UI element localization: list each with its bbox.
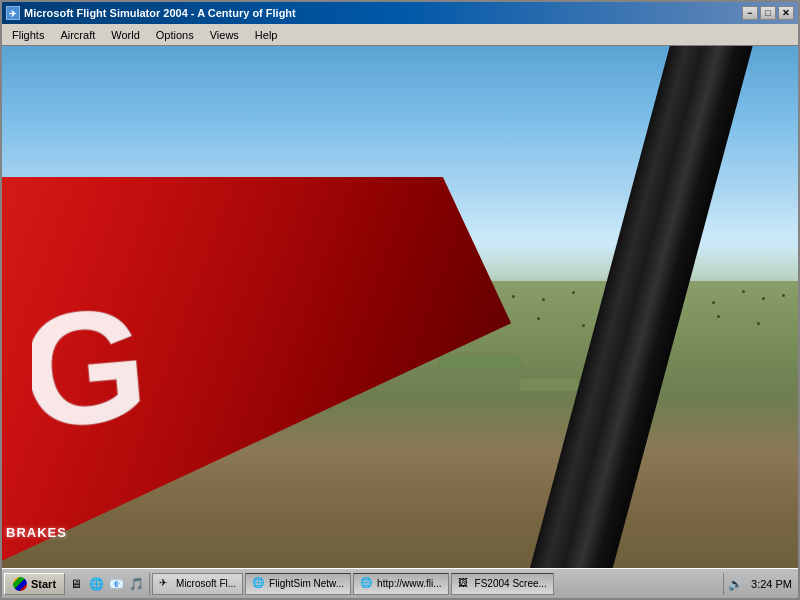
title-text: ✈ Microsoft Flight Simulator 2004 - A Ce…	[6, 6, 296, 20]
start-label: Start	[31, 578, 56, 590]
menu-aircraft[interactable]: Aircraft	[52, 27, 103, 43]
wing-letter: G	[32, 308, 153, 453]
task-icon-fs2004: ✈	[159, 577, 173, 591]
task-label-flightsim-http: http://www.fli...	[377, 578, 441, 589]
media-icon[interactable]: 🎵	[127, 575, 145, 593]
quick-launch-bar: 🖥 🌐 📧 🎵	[67, 573, 150, 595]
strut-primary	[519, 46, 758, 568]
wing-marking: G	[32, 308, 232, 508]
outlook-icon[interactable]: 📧	[107, 575, 125, 593]
taskbar-tasks: ✈Microsoft Fl...🌐FlightSim Netw...🌐http:…	[152, 573, 721, 595]
clock: 3:24 PM	[747, 578, 796, 590]
task-icon-flightsim-net: 🌐	[252, 577, 266, 591]
taskbar: Start 🖥 🌐 📧 🎵 ✈Microsoft Fl...🌐FlightSim…	[2, 568, 798, 598]
window-controls: − □ ✕	[742, 6, 794, 20]
menu-help[interactable]: Help	[247, 27, 286, 43]
minimize-button[interactable]: −	[742, 6, 758, 20]
system-tray: 🔊 3:24 PM	[723, 573, 796, 595]
start-button[interactable]: Start	[4, 573, 65, 595]
menu-world[interactable]: World	[103, 27, 148, 43]
cockpit-strut	[440, 46, 798, 568]
simulator-viewport: G BRAKES	[2, 46, 798, 568]
title-bar: ✈ Microsoft Flight Simulator 2004 - A Ce…	[2, 2, 798, 24]
close-button[interactable]: ✕	[778, 6, 794, 20]
brakes-indicator: BRAKES	[6, 525, 67, 540]
maximize-button[interactable]: □	[760, 6, 776, 20]
application-window: ✈ Microsoft Flight Simulator 2004 - A Ce…	[0, 0, 800, 600]
tray-network-icon: 🔊	[728, 577, 743, 591]
task-icon-flightsim-http: 🌐	[360, 577, 374, 591]
windows-logo-icon	[13, 577, 27, 591]
menu-flights[interactable]: Flights	[4, 27, 52, 43]
taskbar-task-fs2004[interactable]: ✈Microsoft Fl...	[152, 573, 243, 595]
taskbar-task-flightsim-net[interactable]: 🌐FlightSim Netw...	[245, 573, 351, 595]
window-title: Microsoft Flight Simulator 2004 - A Cent…	[24, 7, 296, 19]
task-label-flightsim-net: FlightSim Netw...	[269, 578, 344, 589]
ie-icon[interactable]: 🌐	[87, 575, 105, 593]
taskbar-task-fs2004-scree[interactable]: 🖼FS2004 Scree...	[451, 573, 554, 595]
task-label-fs2004-scree: FS2004 Scree...	[475, 578, 547, 589]
taskbar-task-flightsim-http[interactable]: 🌐http://www.fli...	[353, 573, 448, 595]
task-icon-fs2004-scree: 🖼	[458, 577, 472, 591]
menu-options[interactable]: Options	[148, 27, 202, 43]
show-desktop-icon[interactable]: 🖥	[67, 575, 85, 593]
task-label-fs2004: Microsoft Fl...	[176, 578, 236, 589]
menu-views[interactable]: Views	[202, 27, 247, 43]
app-icon: ✈	[6, 6, 20, 20]
menu-bar: Flights Aircraft World Options Views Hel…	[2, 24, 798, 46]
